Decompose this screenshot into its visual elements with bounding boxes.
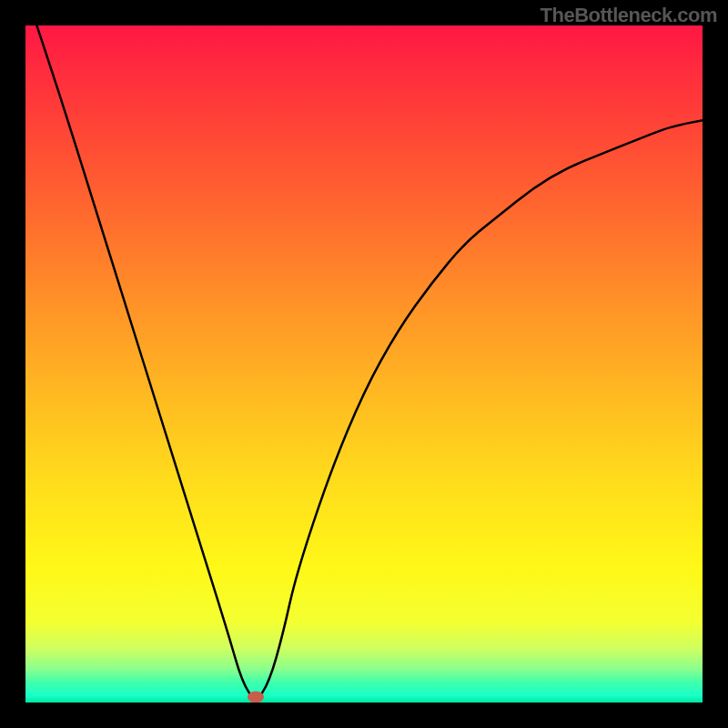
- minimum-marker: [248, 692, 264, 703]
- chart-container: TheBottleneck.com: [0, 0, 728, 728]
- curve-svg: [25, 25, 703, 703]
- bottleneck-curve: [25, 25, 703, 697]
- plot-area: [25, 25, 703, 703]
- attribution-text: TheBottleneck.com: [541, 4, 717, 27]
